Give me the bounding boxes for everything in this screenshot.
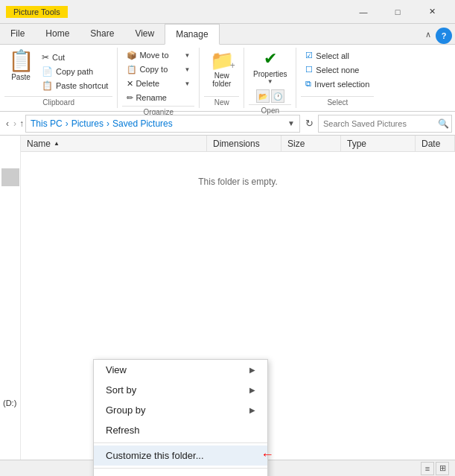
col-header-type[interactable]: Type (341, 136, 416, 151)
sort-arrow: ▲ (54, 140, 60, 147)
back-button[interactable]: ‹ (3, 118, 12, 129)
tab-home[interactable]: Home (35, 23, 80, 44)
nav-spacer (0, 136, 20, 165)
open-icon-btn[interactable]: 📂 (256, 89, 270, 103)
drive-icon (1, 168, 19, 186)
properties-arrow: ▼ (267, 78, 273, 85)
invert-selection-button[interactable]: ⧉ Invert selection (301, 77, 374, 90)
history-icon-btn[interactable]: 🕐 (271, 89, 284, 103)
select-all-button[interactable]: ☑ Select all (301, 49, 354, 62)
details-view-button[interactable]: ≡ (421, 462, 434, 475)
ribbon-group-open: ✔ Properties ▼ 📂 🕐 Open (244, 48, 296, 108)
breadcrumb-pictures[interactable]: Pictures (71, 118, 104, 129)
breadcrumb: This PC › Pictures › Saved Pictures ▼ (25, 115, 300, 133)
paste-icon: 📋 (8, 51, 34, 72)
select-none-icon: ☐ (305, 65, 313, 74)
delete-arrow: ▼ (184, 80, 190, 87)
col-header-date[interactable]: Date (416, 136, 455, 151)
minimize-button[interactable]: — (346, 0, 381, 24)
close-button[interactable]: ✕ (415, 0, 449, 24)
tab-file[interactable]: File (0, 23, 35, 44)
search-input[interactable] (318, 115, 452, 133)
new-folder-icon: 📁+ (210, 51, 234, 70)
rename-button[interactable]: ✏ Rename (122, 92, 171, 104)
drive-area (0, 168, 20, 213)
ctx-sort-arrow: ▶ (249, 386, 255, 394)
properties-icon: ✔ (264, 49, 277, 69)
status-view-icons: ≡ ⊞ (421, 462, 449, 475)
ctx-group-by[interactable]: Group by ▶ (94, 400, 267, 420)
ribbon-tabs: File Home Share View Manage ∧ ? (0, 24, 455, 45)
cut-button[interactable]: ✂ Cut (37, 51, 112, 64)
refresh-button[interactable]: ↻ (300, 115, 318, 133)
empty-folder-message: This folder is empty. (21, 152, 455, 212)
ctx-customize[interactable]: Customize this folder... (94, 445, 267, 466)
move-to-button[interactable]: 📦 Move to ▼ (122, 49, 194, 62)
new-folder-button[interactable]: 📁+ Newfolder (206, 49, 238, 89)
main-area: Name ▲ Dimensions Size Type Date This fo… (0, 136, 455, 460)
ribbon-group-new: 📁+ Newfolder New (200, 48, 244, 108)
move-to-arrow: ▼ (184, 52, 190, 59)
ctx-paste[interactable]: Paste (94, 471, 267, 476)
window-controls: — □ ✕ (346, 0, 449, 24)
tab-manage[interactable]: Manage (165, 24, 219, 45)
cut-icon: ✂ (42, 52, 49, 63)
help-button[interactable]: ? (436, 28, 452, 44)
ctx-sep-2 (94, 468, 267, 469)
ctx-sort-by[interactable]: Sort by ▶ (94, 380, 267, 400)
copy-to-arrow: ▼ (184, 66, 190, 73)
up-button[interactable]: ↑ (18, 118, 25, 129)
ribbon-group-select: ☑ Select all ☐ Select none ⧉ Invert sele… (296, 48, 378, 108)
ctx-sep-1 (94, 442, 267, 443)
ribbon: 📋 Paste ✂ Cut 📄 Copy path 📋 Paste shortc… (0, 45, 455, 112)
ribbon-group-organize: 📦 Move to ▼ 📋 Copy to ▼ ✕ Delete ▼ ✏ Ren… (118, 48, 200, 108)
paste-shortcut-button[interactable]: 📋 Paste shortcut (37, 79, 112, 92)
ctx-view[interactable]: View ▶ (94, 360, 267, 380)
invert-selection-icon: ⧉ (305, 79, 311, 89)
ribbon-group-clipboard: 📋 Paste ✂ Cut 📄 Copy path 📋 Paste shortc… (0, 48, 118, 108)
column-headers: Name ▲ Dimensions Size Type Date (21, 136, 455, 152)
copy-path-icon: 📄 (42, 66, 53, 77)
col-header-size[interactable]: Size (281, 136, 341, 151)
col-header-name[interactable]: Name ▲ (21, 136, 207, 151)
title-bar: Picture Tools — □ ✕ (0, 0, 455, 24)
copy-to-button[interactable]: 📋 Copy to ▼ (122, 63, 194, 76)
breadcrumb-dropdown[interactable]: ▼ (287, 119, 295, 127)
breadcrumb-this-pc[interactable]: This PC (31, 118, 63, 129)
ribbon-collapse-btn[interactable]: ∧ (421, 30, 436, 39)
tab-share[interactable]: Share (80, 23, 124, 44)
address-bar: ‹ › ↑ This PC › Pictures › Saved Picture… (0, 112, 455, 136)
properties-button[interactable]: ✔ Properties ▼ (253, 49, 287, 85)
col-header-dimensions[interactable]: Dimensions (207, 136, 281, 151)
paste-shortcut-icon: 📋 (42, 80, 53, 91)
forward-button[interactable]: › (12, 118, 18, 129)
paste-button[interactable]: 📋 Paste (4, 49, 37, 83)
red-arrow-indicator: ← (261, 447, 274, 463)
ctx-refresh[interactable]: Refresh (94, 420, 267, 440)
clipboard-label: Clipboard (4, 96, 112, 107)
copy-path-button[interactable]: 📄 Copy path (37, 65, 112, 78)
search-container: 🔍 (318, 115, 452, 133)
ctx-view-arrow: ▶ (249, 366, 255, 374)
select-label: Select (301, 96, 374, 107)
select-all-icon: ☑ (305, 51, 313, 60)
context-menu: View ▶ Sort by ▶ Group by ▶ Refresh Cust… (93, 359, 268, 476)
picture-tools-tab: Picture Tools (6, 6, 68, 18)
search-icon[interactable]: 🔍 (438, 118, 449, 129)
delete-button[interactable]: ✕ Delete ▼ (122, 77, 194, 90)
breadcrumb-saved-pictures: Saved Pictures (112, 118, 173, 129)
new-label: New (204, 96, 239, 107)
select-none-button[interactable]: ☐ Select none (301, 63, 363, 76)
tab-view[interactable]: View (124, 23, 165, 44)
ctx-group-arrow: ▶ (249, 406, 255, 414)
maximize-button[interactable]: □ (381, 0, 415, 24)
large-icons-button[interactable]: ⊞ (436, 462, 449, 475)
open-label: Open (249, 104, 291, 115)
left-nav (0, 136, 21, 460)
